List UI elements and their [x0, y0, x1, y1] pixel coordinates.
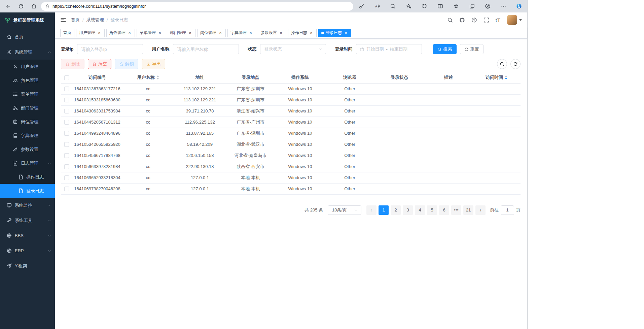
date-range-picker[interactable]: 开始日期 - 结束日期	[356, 44, 422, 54]
sidebar-item-首页[interactable]: 首页	[0, 29, 55, 44]
sidebar-item-岗位管理[interactable]: 岗位管理	[0, 115, 55, 129]
sidebar-item-系统工具[interactable]: 系统工具	[0, 213, 55, 228]
page-button-21[interactable]: 21	[463, 205, 473, 215]
row-checkbox[interactable]	[64, 120, 69, 125]
font-size-button[interactable]: tT	[496, 17, 501, 23]
github-button[interactable]	[459, 17, 465, 23]
export-button[interactable]: 导出	[142, 59, 165, 69]
home-button[interactable]	[29, 2, 38, 11]
page-button-2[interactable]: 2	[391, 205, 401, 215]
sort-caret-icon[interactable]	[156, 75, 159, 79]
sidebar-item-角色管理[interactable]: 角色管理	[0, 73, 55, 87]
row-checkbox[interactable]	[64, 175, 69, 180]
sort-caret-icon[interactable]	[505, 75, 507, 79]
sidebar-item-菜单管理[interactable]: 菜单管理	[0, 87, 55, 101]
collections-button[interactable]	[467, 2, 476, 11]
breadcrumb-item[interactable]: 首页	[71, 17, 80, 23]
delete-button[interactable]: 删除	[61, 59, 84, 69]
key-button[interactable]	[357, 2, 366, 11]
tab-角色管理[interactable]: 角色管理 ×	[106, 29, 135, 37]
fullscreen-button[interactable]	[484, 17, 489, 23]
close-icon[interactable]: ×	[248, 31, 253, 35]
split-screen-button[interactable]	[435, 2, 445, 11]
tab-字典管理[interactable]: 字典管理 ×	[227, 29, 256, 37]
page-button-6[interactable]: 6	[439, 205, 449, 215]
sidebar-item-操作日志[interactable]: 操作日志	[0, 170, 55, 184]
hamburger-icon[interactable]	[60, 17, 66, 23]
show-search-button[interactable]	[497, 59, 507, 69]
select-all-checkbox[interactable]	[64, 75, 69, 80]
breadcrumb-item[interactable]: 系统管理	[86, 17, 104, 23]
refresh-button[interactable]	[16, 2, 26, 11]
page-button-3[interactable]: 3	[403, 205, 413, 215]
reset-button[interactable]: 重置	[460, 44, 484, 54]
close-icon[interactable]: ×	[97, 31, 102, 35]
page-button-4[interactable]: 4	[415, 205, 425, 215]
help-button[interactable]	[471, 17, 477, 23]
page-jump-input[interactable]	[501, 205, 514, 215]
address-bar[interactable]: https://ccnetcore.com:1101/system/log/lo…	[41, 2, 353, 11]
sidebar-item-日志管理[interactable]: 日志管理	[0, 156, 55, 170]
page-button-1[interactable]: 1	[379, 205, 389, 215]
close-icon[interactable]: ×	[344, 31, 348, 35]
user-menu[interactable]	[507, 15, 522, 25]
copilot-button[interactable]	[514, 2, 524, 11]
column-header-用户名称[interactable]: 用户名称	[122, 72, 174, 83]
read-aloud-button[interactable]: A	[372, 2, 382, 11]
next-page-button[interactable]: ›	[475, 205, 486, 215]
page-size-select[interactable]: 10条/页	[328, 205, 361, 215]
back-button[interactable]	[3, 2, 13, 11]
profile-button[interactable]	[483, 2, 492, 11]
sidebar-item-系统监控[interactable]: 系统监控	[0, 198, 55, 213]
more-button[interactable]	[499, 2, 508, 11]
tab-用户管理[interactable]: 用户管理 ×	[76, 29, 105, 37]
extensions-button[interactable]	[420, 2, 429, 11]
sidebar-item-用户管理[interactable]: 用户管理	[0, 60, 55, 73]
prev-page-button[interactable]: ‹	[366, 205, 377, 215]
tab-操作日志[interactable]: 操作日志 ×	[288, 29, 317, 37]
column-header-访问时间[interactable]: 访问时间	[472, 72, 521, 83]
refresh-table-button[interactable]	[510, 59, 521, 69]
row-checkbox[interactable]	[64, 153, 69, 158]
favorites-button[interactable]	[451, 2, 461, 11]
row-checkbox[interactable]	[64, 142, 69, 147]
more-pages-button[interactable]: •••	[451, 205, 461, 215]
search-button[interactable]	[447, 17, 453, 23]
tab-登录日志[interactable]: 登录日志 ×	[318, 29, 351, 37]
close-icon[interactable]: ×	[279, 31, 283, 35]
row-checkbox[interactable]	[64, 164, 69, 169]
sidebar-item-参数设置[interactable]: 参数设置	[0, 142, 55, 156]
sidebar-item-ERP[interactable]: ERP	[0, 243, 55, 258]
sidebar-item-部门管理[interactable]: 部门管理	[0, 101, 55, 115]
tab-首页[interactable]: 首页	[60, 29, 74, 37]
close-icon[interactable]: ×	[188, 31, 192, 35]
close-icon[interactable]: ×	[157, 31, 162, 35]
tab-菜单管理[interactable]: 菜单管理 ×	[137, 29, 165, 37]
zoom-out-button[interactable]	[388, 2, 398, 11]
row-checkbox[interactable]	[64, 109, 69, 113]
sidebar-item-登录日志[interactable]: 登录日志	[0, 184, 55, 198]
sidebar-item-系统管理[interactable]: 系统管理	[0, 44, 55, 60]
close-icon[interactable]: ×	[309, 31, 314, 35]
status-select[interactable]: 登录状态	[260, 44, 326, 54]
user-name-input[interactable]	[173, 44, 239, 54]
clear-button[interactable]: 清空	[88, 59, 111, 69]
row-checkbox[interactable]	[64, 87, 69, 91]
close-icon[interactable]: ×	[127, 31, 132, 35]
sidebar-item-BBS[interactable]: BBS	[0, 228, 55, 243]
page-button-5[interactable]: 5	[427, 205, 437, 215]
search-button[interactable]: 搜索	[433, 44, 457, 54]
add-favorite-button[interactable]	[404, 2, 414, 11]
tab-岗位管理[interactable]: 岗位管理 ×	[197, 29, 226, 37]
sidebar-item-字典管理[interactable]: 字典管理	[0, 129, 55, 142]
tab-部门管理[interactable]: 部门管理 ×	[167, 29, 195, 37]
sidebar-item-Yi框架[interactable]: Yi框架	[0, 258, 55, 273]
avatar[interactable]	[507, 15, 517, 25]
site-info-icon[interactable]	[45, 4, 50, 9]
unlock-button[interactable]: 解锁	[115, 59, 138, 69]
row-checkbox[interactable]	[64, 187, 69, 191]
row-checkbox[interactable]	[64, 98, 69, 102]
login-ip-input[interactable]	[77, 44, 143, 54]
close-icon[interactable]: ×	[218, 31, 223, 35]
row-checkbox[interactable]	[64, 131, 69, 136]
